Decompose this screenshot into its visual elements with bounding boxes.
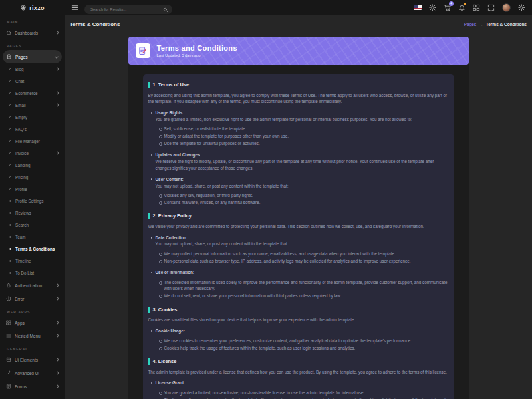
breadcrumb-parent[interactable]: Pages bbox=[464, 22, 476, 27]
logo[interactable]: rixzo bbox=[0, 0, 65, 15]
search-input[interactable] bbox=[84, 5, 172, 14]
sidebar-item-file-manager[interactable]: File Manager bbox=[0, 135, 65, 147]
sidebar-item-error[interactable]: Error bbox=[0, 292, 65, 305]
chevron-right-icon bbox=[55, 67, 59, 71]
sidebar-item-pages[interactable]: Pages bbox=[3, 50, 62, 63]
sidebar-item-landing[interactable]: Landing bbox=[0, 159, 65, 171]
bullet-heading: Updates and Changes: bbox=[156, 152, 449, 158]
chevron-right-icon bbox=[55, 91, 59, 95]
lock-icon bbox=[6, 283, 11, 288]
sidebar-item-label: File Manager bbox=[15, 139, 40, 144]
circle-bullet-icon bbox=[9, 128, 11, 130]
sidebar-item-forms[interactable]: Forms bbox=[0, 380, 65, 393]
sidebar-item-empty[interactable]: Empty bbox=[0, 111, 65, 123]
sub-bullet-item: Cookies help track the usage of features… bbox=[164, 345, 449, 351]
us-flag-icon[interactable] bbox=[414, 5, 422, 10]
sidebar-item-label: Error bbox=[15, 297, 24, 301]
header-actions: 4 bbox=[414, 3, 525, 12]
sidebar-item-timeline[interactable]: Timeline bbox=[0, 255, 65, 267]
chevron-right-icon bbox=[55, 334, 59, 338]
sub-bullet-item: Use the template for unlawful purposes o… bbox=[164, 140, 449, 146]
sidebar-item-label: Timeline bbox=[15, 259, 31, 263]
section-bullet-list: Cookie Usage:We use cookies to remember … bbox=[148, 328, 449, 351]
sidebar-item-profile[interactable]: Profile bbox=[0, 183, 65, 195]
notifications-bell-icon[interactable] bbox=[458, 4, 466, 11]
section-intro: The admin template is provided under a l… bbox=[148, 369, 449, 376]
sidebar-item-search[interactable]: Search bbox=[0, 219, 65, 231]
sidebar-item-to-do-list[interactable]: To Do List bbox=[0, 267, 65, 279]
logo-text: rixzo bbox=[29, 5, 45, 11]
sidebar-item-advanced-ui[interactable]: Advanced Ui bbox=[0, 366, 65, 380]
layers-icon bbox=[6, 357, 11, 362]
sub-bullet-list: Sell, sublicense, or redistribute the te… bbox=[156, 126, 449, 146]
menu-toggle-icon[interactable] bbox=[71, 4, 78, 11]
sidebar-group-label: WEB APPS bbox=[0, 305, 65, 316]
sidebar-item-faq-s[interactable]: FAQ's bbox=[0, 123, 65, 135]
terms-banner: Terms and Conditions Last Updated: 5 day… bbox=[128, 37, 469, 65]
breadcrumb: Pages → Terms & Conditions bbox=[464, 22, 527, 27]
sidebar-item-team[interactable]: Team bbox=[0, 231, 65, 243]
sidebar-item-pricing[interactable]: Pricing bbox=[0, 171, 65, 183]
bullet-item: Cookie Usage:We use cookies to remember … bbox=[156, 328, 449, 351]
sidebar-item-label: Advanced Ui bbox=[15, 371, 39, 376]
section-intro: By accessing and using this admin templa… bbox=[148, 92, 449, 106]
document-pencil-icon bbox=[136, 43, 150, 58]
page-header: Terms & Conditions Pages → Terms & Condi… bbox=[65, 15, 532, 33]
wand-icon bbox=[6, 370, 11, 376]
alert-icon bbox=[6, 296, 11, 301]
search-icon[interactable] bbox=[163, 3, 168, 9]
sidebar-item-label: Dashboards bbox=[15, 31, 38, 35]
sidebar-item-reviews[interactable]: Reviews bbox=[0, 207, 65, 219]
circle-bullet-icon bbox=[9, 140, 11, 142]
sub-bullet-item: We may collect personal information such… bbox=[164, 251, 449, 257]
sidebar-item-apps[interactable]: Apps bbox=[0, 316, 65, 329]
chevron-right-icon bbox=[55, 103, 59, 107]
sidebar-item-terms-conditions[interactable]: Terms & Conditions bbox=[0, 243, 65, 255]
chevron-down-icon bbox=[55, 55, 59, 59]
sidebar-item-invoice[interactable]: Invoice bbox=[0, 147, 65, 159]
cart-icon[interactable]: 4 bbox=[444, 4, 451, 11]
sidebar-item-label: Apps bbox=[15, 321, 25, 325]
sub-bullet-list: We use cookies to remember your preferen… bbox=[156, 338, 449, 351]
sidebar-item-label: Pages bbox=[15, 55, 27, 59]
grid-icon bbox=[6, 320, 11, 325]
sub-bullet-item: Violates any law, regulation, or third-p… bbox=[164, 192, 449, 198]
section-title: 4. License bbox=[148, 358, 449, 365]
sidebar-item-ecommerce[interactable]: Ecommerce bbox=[0, 87, 65, 99]
settings-gear-icon[interactable] bbox=[518, 4, 525, 11]
doc-icon bbox=[7, 54, 12, 59]
bullet-heading: Use of Information: bbox=[156, 269, 449, 276]
avatar[interactable] bbox=[502, 3, 511, 12]
sidebar-item-label: Profile Settings bbox=[15, 199, 43, 203]
apps-grid-icon[interactable] bbox=[473, 4, 480, 11]
sidebar-item-dashboards[interactable]: Dashboards bbox=[0, 26, 65, 39]
sub-bullet-item: Non-personal data such as browser type, … bbox=[164, 258, 449, 264]
sidebar-item-chat[interactable]: Chat bbox=[0, 75, 65, 87]
section-bullet-list: Usage Rights:You are granted a limited, … bbox=[148, 110, 449, 205]
sidebar-item-profile-settings[interactable]: Profile Settings bbox=[0, 195, 65, 207]
chevron-right-icon bbox=[55, 358, 59, 362]
sidebar-item-label: Profile bbox=[15, 187, 27, 192]
sidebar-item-email[interactable]: Email bbox=[0, 99, 65, 111]
sidebar-item-label: Blog bbox=[15, 67, 24, 72]
fullscreen-icon[interactable] bbox=[487, 4, 495, 11]
circle-bullet-icon bbox=[9, 116, 11, 118]
bullet-item: Data Collection:You may not upload, shar… bbox=[156, 235, 449, 264]
sidebar-item-nested-menu[interactable]: Nested Menu bbox=[0, 329, 65, 342]
theme-sun-icon[interactable] bbox=[429, 4, 436, 11]
circle-bullet-icon bbox=[9, 68, 11, 70]
content-container: Terms and Conditions Last Updated: 5 day… bbox=[128, 37, 469, 399]
sidebar-item-blog[interactable]: Blog bbox=[0, 63, 65, 75]
section-title: 1. Terms of Use bbox=[148, 82, 449, 88]
chevron-right-icon bbox=[55, 283, 59, 287]
section-intro: Cookies are small text files stored on y… bbox=[148, 317, 449, 323]
sub-bullet-item: Sell, sublicense, or redistribute the te… bbox=[164, 126, 449, 132]
sub-bullet-list: The collected information is used solely… bbox=[156, 279, 449, 299]
sidebar-item-ui-elements[interactable]: Ui Elements bbox=[0, 353, 65, 366]
sidebar-item-authentication[interactable]: Authentication bbox=[0, 279, 65, 292]
sub-bullet-item: The collected information is used solely… bbox=[164, 279, 449, 292]
circle-bullet-icon bbox=[9, 236, 11, 238]
circle-bullet-icon bbox=[9, 176, 11, 178]
chevron-right-icon bbox=[55, 31, 59, 35]
bullet-item: User Content:You may not upload, share, … bbox=[156, 176, 449, 205]
